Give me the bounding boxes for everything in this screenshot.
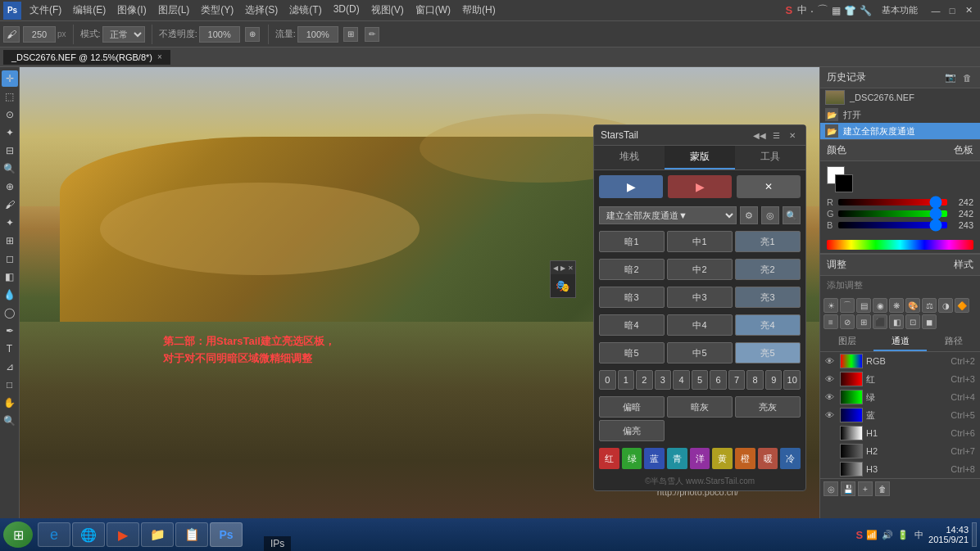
folder-button[interactable]: 📁 xyxy=(141,522,174,547)
eye-green[interactable]: 👁 xyxy=(825,392,837,402)
hand-tool[interactable]: ✋ xyxy=(2,395,18,411)
num6-btn[interactable]: 6 xyxy=(710,370,727,390)
curves-adj-btn[interactable]: ⌒ xyxy=(840,298,855,313)
channelmix-adj-btn[interactable]: ≡ xyxy=(823,314,838,329)
eyedropper-tool[interactable]: 🔍 xyxy=(2,160,18,177)
media-button[interactable]: ▶ xyxy=(107,522,139,547)
brush-size-input[interactable] xyxy=(23,26,56,43)
bright5-btn[interactable]: 亮5 xyxy=(735,342,801,364)
threshold-adj-btn[interactable]: ⬛ xyxy=(873,314,887,329)
colorbalance-adj-btn[interactable]: ⚖ xyxy=(922,298,937,313)
bright4-btn[interactable]: 亮4 xyxy=(735,314,801,336)
target-icon-btn[interactable]: ◎ xyxy=(761,206,779,224)
color-red-btn[interactable]: 红 xyxy=(599,448,619,469)
bright3-btn[interactable]: 亮3 xyxy=(735,287,801,308)
starstail-expand-btn[interactable]: ◀◀ xyxy=(753,129,766,142)
tab-stack[interactable]: 堆栈 xyxy=(594,146,665,169)
ie-button[interactable]: e xyxy=(38,522,70,547)
maximize-button[interactable]: □ xyxy=(944,3,960,18)
mid1-btn[interactable]: 中1 xyxy=(667,231,733,252)
exposure-adj-btn[interactable]: ◉ xyxy=(873,298,887,313)
menu-3d[interactable]: 3D(D) xyxy=(329,2,365,19)
color-cool-btn[interactable]: 冷 xyxy=(780,448,801,469)
eye-blue[interactable]: 👁 xyxy=(825,410,837,420)
channel-blue[interactable]: 👁 蓝 Ctrl+5 xyxy=(820,406,980,424)
dark1-btn[interactable]: 暗1 xyxy=(599,231,665,252)
clone-tool[interactable]: ✦ xyxy=(2,215,18,231)
color-orange-btn[interactable]: 橙 xyxy=(735,448,755,469)
channel-dropdown[interactable]: 建立全部灰度通道▼ xyxy=(599,206,737,224)
b-slider[interactable] xyxy=(838,222,947,228)
small-panel-arrow[interactable]: ◀ xyxy=(552,263,558,273)
eye-red[interactable]: 👁 xyxy=(825,374,837,384)
menu-help[interactable]: 帮助(H) xyxy=(457,2,501,19)
history-item-2[interactable]: 📂 建立全部灰度通道 xyxy=(820,123,980,139)
opacity-input[interactable] xyxy=(199,26,240,43)
magic-wand-tool[interactable]: ✦ xyxy=(2,124,18,141)
bright2-btn[interactable]: 亮2 xyxy=(735,259,801,280)
levels-adj-btn[interactable]: ▤ xyxy=(856,298,871,313)
flow-input[interactable] xyxy=(297,26,338,43)
history-item-1[interactable]: 📂 打开 xyxy=(820,106,980,123)
move-tool[interactable]: ✛ xyxy=(2,70,18,87)
color-green-btn[interactable]: 绿 xyxy=(622,448,642,469)
starstail-close-btn[interactable]: ✕ xyxy=(786,129,799,142)
browser2-button[interactable]: 🌐 xyxy=(72,522,105,547)
background-color[interactable] xyxy=(835,174,853,192)
crop-tool[interactable]: ⊟ xyxy=(2,142,18,159)
paths-tab[interactable]: 路径 xyxy=(927,332,980,351)
blur-tool[interactable]: 💧 xyxy=(2,287,18,303)
channel-red[interactable]: 👁 红 Ctrl+3 xyxy=(820,370,980,388)
minimize-button[interactable]: — xyxy=(928,3,944,18)
num5-btn[interactable]: 5 xyxy=(692,370,709,390)
tone-light-btn[interactable]: 偏亮 xyxy=(599,420,665,441)
color-cyan-btn[interactable]: 青 xyxy=(667,448,687,469)
channel-load-btn[interactable]: ◎ xyxy=(823,481,838,496)
settings-icon-btn[interactable]: ⚙ xyxy=(740,206,758,224)
num2-btn[interactable]: 2 xyxy=(636,370,653,390)
tab-mask[interactable]: 蒙版 xyxy=(665,146,735,169)
color-blue-btn[interactable]: 蓝 xyxy=(644,448,665,469)
files-button[interactable]: 📋 xyxy=(175,522,208,547)
tone-darkgray-btn[interactable]: 暗灰 xyxy=(667,396,733,418)
selective-adj-btn[interactable]: ⊡ xyxy=(905,314,920,329)
color-magenta-btn[interactable]: 洋 xyxy=(690,448,710,469)
channel-save-btn[interactable]: 💾 xyxy=(841,481,855,496)
color-warm-btn[interactable]: 暖 xyxy=(758,448,778,469)
num10-btn[interactable]: 10 xyxy=(783,370,801,390)
num9-btn[interactable]: 9 xyxy=(765,370,783,390)
solidcolor-adj-btn[interactable]: ◼ xyxy=(922,314,937,329)
flow-icon[interactable]: ⊞ xyxy=(343,27,358,42)
num4-btn[interactable]: 4 xyxy=(673,370,690,390)
channel-new-btn[interactable]: + xyxy=(858,481,873,496)
gradient-tool[interactable]: ◧ xyxy=(2,269,18,285)
invert-adj-btn[interactable]: ⊘ xyxy=(840,314,855,329)
airbrush-icon[interactable]: ⊕ xyxy=(245,27,260,42)
channel-h2[interactable]: 👁 H2 Ctrl+7 xyxy=(820,442,980,460)
mid4-btn[interactable]: 中4 xyxy=(667,314,733,336)
show-desktop-button[interactable] xyxy=(972,522,977,547)
menu-view[interactable]: 视图(V) xyxy=(366,2,409,19)
bright1-btn[interactable]: 亮1 xyxy=(735,231,801,252)
tone-dark-btn[interactable]: 偏暗 xyxy=(599,396,665,418)
mid3-btn[interactable]: 中3 xyxy=(667,287,733,308)
gradient-adj-btn[interactable]: ◧ xyxy=(889,314,904,329)
layers-tab[interactable]: 图层 xyxy=(820,332,873,351)
menu-image[interactable]: 图像(I) xyxy=(112,2,151,19)
tone-lightgray-btn[interactable]: 亮灰 xyxy=(735,396,801,418)
eraser-tool[interactable]: ◻ xyxy=(2,251,18,267)
dark5-btn[interactable]: 暗5 xyxy=(599,342,665,364)
num7-btn[interactable]: 7 xyxy=(728,370,746,390)
history-camera-icon[interactable]: 📷 xyxy=(944,71,957,84)
r-slider[interactable] xyxy=(838,199,947,205)
brightness-adj-btn[interactable]: ☀ xyxy=(823,298,838,313)
menu-filter[interactable]: 滤镜(T) xyxy=(284,2,326,19)
num1-btn[interactable]: 1 xyxy=(618,370,635,390)
menu-type[interactable]: 类型(Y) xyxy=(196,2,238,19)
posterize-adj-btn[interactable]: ⊞ xyxy=(856,314,871,329)
menu-file[interactable]: 文件(F) xyxy=(25,2,66,19)
menu-edit[interactable]: 编辑(E) xyxy=(68,2,111,19)
search-icon-btn[interactable]: 🔍 xyxy=(783,206,801,224)
channel-h3[interactable]: 👁 H3 Ctrl+8 xyxy=(820,460,980,478)
history-trash-icon[interactable]: 🗑 xyxy=(960,71,973,84)
